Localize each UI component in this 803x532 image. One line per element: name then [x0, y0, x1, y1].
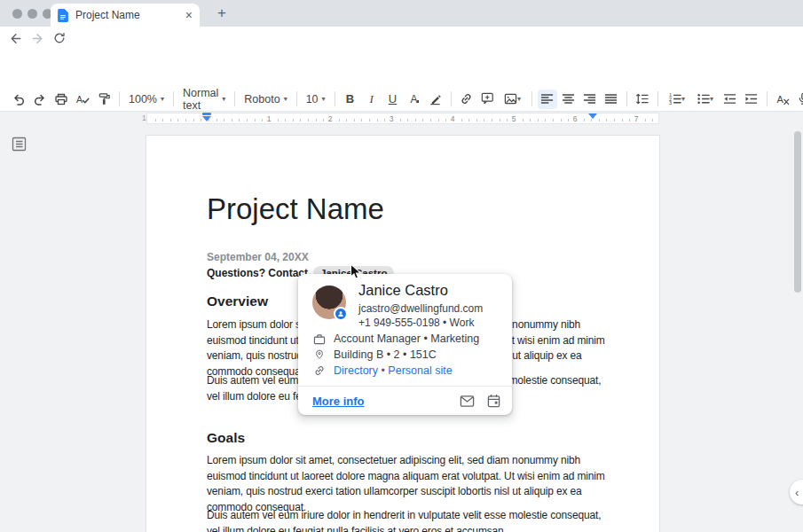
- chevron-down-icon: ▾: [284, 95, 287, 103]
- align-center-button[interactable]: [559, 90, 579, 109]
- new-tab-button[interactable]: +: [211, 3, 232, 24]
- highlight-color-button[interactable]: [426, 90, 445, 109]
- ruler-tick: [407, 119, 408, 121]
- contacts-badge-icon: [334, 307, 348, 321]
- zoom-select[interactable]: 100%▾: [125, 90, 168, 109]
- ruler-tick: [430, 119, 431, 121]
- align-right-button[interactable]: [580, 90, 600, 109]
- undo-button[interactable]: [9, 90, 28, 109]
- ruler-inch-label: 2: [328, 114, 333, 123]
- chevron-down-icon: ▾: [681, 95, 685, 103]
- clear-formatting-button[interactable]: A: [773, 90, 792, 109]
- ruler-tick: [415, 119, 416, 121]
- styles-select[interactable]: Normal text▾: [179, 90, 229, 109]
- ruler-tick: [545, 119, 546, 121]
- justify-button[interactable]: [602, 90, 621, 109]
- print-button[interactable]: [51, 90, 71, 109]
- more-info-link[interactable]: More info: [312, 395, 365, 408]
- font-size-select[interactable]: 10▾: [303, 90, 329, 109]
- back-icon[interactable]: [7, 30, 23, 46]
- window-close-button[interactable]: [12, 9, 22, 19]
- bulleted-list-button[interactable]: ▾: [692, 90, 719, 109]
- ruler-tick: [216, 119, 217, 121]
- browser-navbar: docs.google.com/document/d/1olcn-5f897wu…: [0, 27, 803, 50]
- tab-close-icon[interactable]: ×: [185, 9, 193, 21]
- send-email-icon[interactable]: [458, 392, 476, 410]
- decrease-indent-button[interactable]: [720, 90, 740, 109]
- vertical-scrollbar[interactable]: [794, 131, 801, 293]
- right-indent-marker[interactable]: [588, 113, 597, 119]
- section-heading-overview[interactable]: Overview: [207, 293, 268, 309]
- side-panel-toggle[interactable]: ‹: [790, 480, 803, 505]
- ruler-tick: [255, 119, 256, 121]
- ruler-tick: [293, 119, 294, 121]
- paragraph[interactable]: Lorem ipsum dolor sit amet, consectetuer…: [207, 453, 606, 515]
- toolbar-separator: [173, 91, 174, 106]
- ruler-inch-label: 1: [267, 114, 272, 123]
- contact-role-row: Account Manager • Marketing: [312, 332, 479, 345]
- chevron-down-icon: ▾: [322, 95, 326, 103]
- insert-image-button[interactable]: ▾: [500, 90, 526, 109]
- ruler-tick: [606, 119, 607, 121]
- document-outline-icon[interactable]: [12, 137, 27, 155]
- align-left-button[interactable]: [538, 90, 557, 109]
- ruler[interactable]: 1 1234567: [0, 112, 803, 126]
- ruler-tick: [193, 119, 194, 121]
- window-minimize-button[interactable]: [28, 9, 37, 19]
- directory-link[interactable]: Directory: [334, 364, 378, 377]
- contact-phone: +1 949-555-0198 • Work: [358, 317, 474, 329]
- increase-indent-button[interactable]: [742, 90, 761, 109]
- line-spacing-button[interactable]: [633, 90, 652, 109]
- ruler-tick: [155, 119, 156, 121]
- chevron-down-icon: ▾: [517, 95, 521, 103]
- browser-tab[interactable]: Project Name ×: [51, 4, 200, 27]
- first-line-indent-marker[interactable]: [202, 113, 211, 115]
- ruler-tick: [645, 119, 646, 121]
- section-heading-goals[interactable]: Goals: [207, 430, 245, 446]
- ruler-tick: [278, 119, 279, 121]
- schedule-calendar-icon[interactable]: [484, 392, 502, 410]
- svg-text:3: 3: [669, 100, 672, 106]
- mouse-cursor: [350, 263, 362, 285]
- ruler-tick: [568, 119, 569, 121]
- contact-location-row: Building B • 2 • 151C: [312, 348, 437, 361]
- briefcase-icon: [312, 333, 326, 345]
- ruler-inch-label: 5: [512, 114, 516, 123]
- font-select[interactable]: Roboto▾: [240, 90, 290, 109]
- toolbar-separator: [657, 91, 658, 106]
- refresh-icon[interactable]: [51, 30, 67, 46]
- contact-email[interactable]: jcastro@dwellingfund.com: [358, 302, 483, 315]
- ruler-tick: [316, 119, 317, 121]
- font-value: Roboto: [244, 93, 279, 106]
- ruler-tick: [262, 119, 263, 121]
- italic-button[interactable]: I: [362, 90, 382, 109]
- insert-link-button[interactable]: [457, 90, 476, 109]
- bold-button[interactable]: B: [341, 90, 360, 109]
- svg-text:A: A: [776, 94, 783, 105]
- ruler-tick: [354, 119, 355, 121]
- ruler-tick: [530, 119, 531, 121]
- ruler-tick: [339, 119, 340, 121]
- voice-typing-button[interactable]: [794, 90, 803, 109]
- paint-format-button[interactable]: [94, 90, 114, 109]
- ruler-tick: [438, 119, 439, 121]
- ruler-tick: [622, 119, 623, 121]
- left-indent-marker[interactable]: [202, 116, 211, 121]
- ruler-tick: [445, 119, 446, 121]
- doc-date-text[interactable]: September 04, 20XX: [207, 251, 309, 263]
- spellcheck-button[interactable]: A: [73, 90, 92, 109]
- underline-button[interactable]: U: [383, 90, 403, 109]
- text-color-button[interactable]: A: [405, 90, 424, 109]
- forward-icon[interactable]: [29, 30, 45, 46]
- redo-button[interactable]: [30, 90, 50, 109]
- personal-site-link[interactable]: Personal site: [388, 364, 452, 377]
- ruler-tick: [538, 119, 539, 121]
- numbered-list-button[interactable]: 123▾: [664, 90, 690, 109]
- ruler-tick: [170, 119, 171, 121]
- zoom-value: 100%: [129, 93, 157, 106]
- svg-text:A: A: [76, 93, 83, 104]
- paragraph[interactable]: Duis autem vel eum iriure dolor in hendr…: [207, 508, 606, 532]
- contact-links-row: Directory • Personal site: [312, 364, 453, 377]
- doc-title-text[interactable]: Project Name: [207, 192, 384, 226]
- add-comment-button[interactable]: [478, 90, 498, 109]
